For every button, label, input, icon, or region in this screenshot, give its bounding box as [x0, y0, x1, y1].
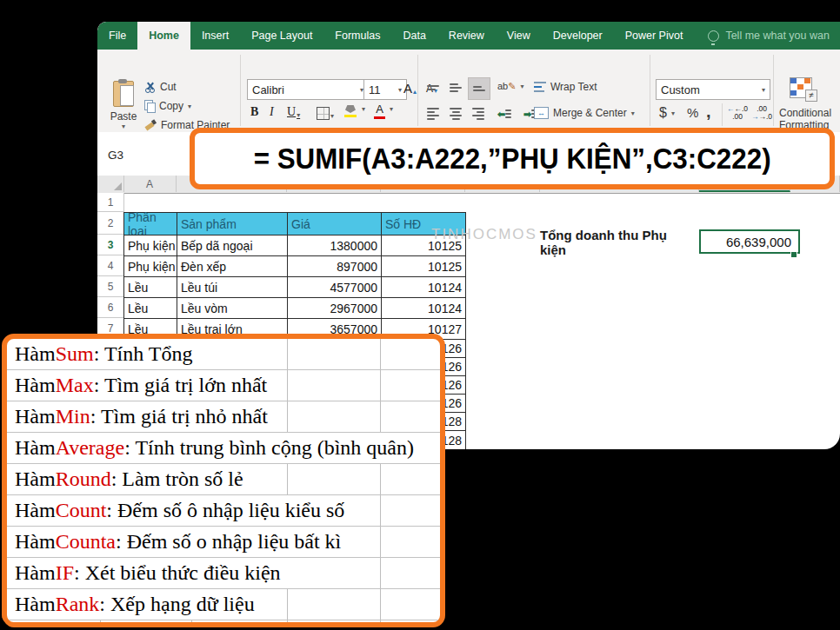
row-header-3[interactable]: 3	[97, 235, 124, 255]
function-description: : Xét biểu thức điều kiện	[74, 561, 281, 585]
function-name: Max	[56, 374, 94, 397]
function-row-count: Hàm Count: Đếm số ô nhập liệu kiểu số	[7, 495, 440, 527]
functions-callout: Hàm Sum: Tính TổngHàm Max: Tìm giá trị l…	[2, 334, 445, 627]
function-description: : Đếm số ô nhập liệu kiểu số	[106, 499, 344, 522]
function-row-max: Hàm Max: Tìm giá trị lớn nhất	[7, 370, 440, 401]
cell-divider	[380, 464, 381, 494]
result-label: Tổng doanh thu Phụ kiện	[540, 232, 690, 253]
row-header-2[interactable]: 2	[97, 212, 124, 235]
function-prefix: Hàm	[15, 499, 56, 522]
function-name: IF	[56, 561, 74, 585]
table-cell-r6c1[interactable]: Lều vòm	[177, 297, 288, 319]
result-value: 66,639,000	[726, 235, 791, 249]
cell-divider	[380, 370, 381, 401]
function-row-average: Hàm Average: Tính trung bình cộng (bình …	[7, 433, 440, 464]
cell-divider	[380, 495, 381, 526]
table-cell-r6c0[interactable]: Lều	[123, 297, 177, 319]
cell-divider	[380, 558, 381, 588]
function-description: : Đếm số o nhập liệu bất kì	[116, 530, 341, 554]
table-cell-r5c0[interactable]: Lều	[123, 276, 177, 298]
cell-divider	[191, 620, 192, 627]
function-row-min: Hàm Min: Tìm giá trị nhỏ nhất	[7, 401, 440, 433]
table-cell-r5c3[interactable]: 10124	[381, 276, 466, 298]
function-row-counta: Hàm Counta: Đếm số o nhập liệu bất kì	[7, 527, 440, 558]
table-header-cell[interactable]: Sản phẩm	[177, 212, 288, 235]
cell-divider	[380, 401, 381, 432]
table-cell-r3c2[interactable]: 1380000	[287, 235, 382, 256]
function-prefix: Hàm	[15, 468, 56, 491]
result-value-cell-g3[interactable]: 66,639,000	[699, 229, 800, 254]
row-header-4[interactable]: 4	[97, 255, 124, 276]
function-prefix: Hàm	[15, 561, 56, 585]
table-cell-r4c3[interactable]: 10125	[381, 255, 466, 277]
function-description: : Tính Tổng	[94, 342, 193, 366]
function-prefix: Hàm	[15, 405, 56, 428]
function-row-if: Hàm IF: Xét biểu thức điều kiện	[7, 558, 440, 589]
table-cell-r4c1[interactable]: Đèn xếp	[177, 255, 288, 277]
fill-handle[interactable]	[790, 251, 797, 258]
cell-divider	[287, 464, 288, 494]
watermark: TINHOCMOS	[431, 226, 537, 243]
function-prefix: Hàm	[15, 436, 56, 460]
function-prefix: Hàm	[15, 530, 56, 554]
row-header-6[interactable]: 6	[97, 297, 124, 318]
function-name: Count	[56, 499, 107, 522]
function-name: Sum	[56, 342, 94, 366]
function-description: : Làm tròn số lẻ	[111, 468, 243, 491]
cell-divider	[287, 339, 288, 369]
row-header-5[interactable]: 5	[97, 276, 124, 297]
formula-text: = SUMIF(A3:A222,”PHỤ KIỆN”,C3:C222)	[254, 143, 771, 176]
row-header-1[interactable]: 1	[97, 193, 124, 212]
cell-divider	[380, 589, 381, 620]
function-prefix: Hàm	[15, 342, 56, 366]
cell-divider	[380, 339, 381, 369]
functions-partial-row	[7, 620, 440, 627]
table-cell-r4c0[interactable]: Phụ kiện	[123, 255, 177, 277]
cell-divider	[287, 620, 288, 627]
cell-divider	[380, 620, 381, 627]
table-cell-r3c0[interactable]: Phụ kiện	[123, 235, 177, 256]
function-description: : Tìm giá trị lớn nhất	[94, 374, 268, 397]
function-name: Average	[56, 436, 125, 460]
function-prefix: Hàm	[15, 593, 56, 616]
cell-divider	[380, 527, 381, 557]
function-name: Rank	[56, 593, 100, 616]
function-prefix: Hàm	[15, 374, 56, 397]
function-name: Round	[56, 468, 111, 491]
cell-divider	[100, 620, 101, 627]
screenshot-canvas: FileHomeInsertPage LayoutFormulasDataRev…	[0, 0, 840, 630]
function-row-sum: Hàm Sum: Tính Tổng	[7, 339, 440, 370]
formula-callout: = SUMIF(A3:A222,”PHỤ KIỆN”,C3:C222)	[190, 128, 835, 189]
cell-divider	[287, 589, 288, 620]
cell-divider	[287, 370, 288, 401]
table-cell-r6c3[interactable]: 10124	[381, 297, 466, 319]
table-cell-r5c2[interactable]: 4577000	[287, 276, 382, 298]
function-row-round: Hàm Round: Làm tròn số lẻ	[7, 464, 440, 495]
cell-divider	[287, 401, 288, 432]
function-row-rank: Hàm Rank: Xếp hạng dữ liệu	[7, 589, 440, 620]
table-header-cell[interactable]: Phân loại	[123, 212, 177, 235]
table-cell-r4c2[interactable]: 897000	[287, 255, 382, 277]
function-name: Min	[56, 405, 90, 428]
table-header-cell[interactable]: Giá	[287, 212, 382, 235]
function-description: : Xếp hạng dữ liệu	[99, 593, 254, 616]
function-description: : Tìm giá trị nhỏ nhất	[90, 405, 268, 428]
table-cell-r5c1[interactable]: Lều túi	[177, 276, 288, 298]
table-cell-r6c2[interactable]: 2967000	[287, 297, 382, 319]
function-description: : Tính trung bình cộng (bình quân)	[124, 436, 414, 460]
function-name: Counta	[56, 530, 116, 554]
table-cell-r3c1[interactable]: Bếp dã ngoại	[177, 235, 288, 256]
